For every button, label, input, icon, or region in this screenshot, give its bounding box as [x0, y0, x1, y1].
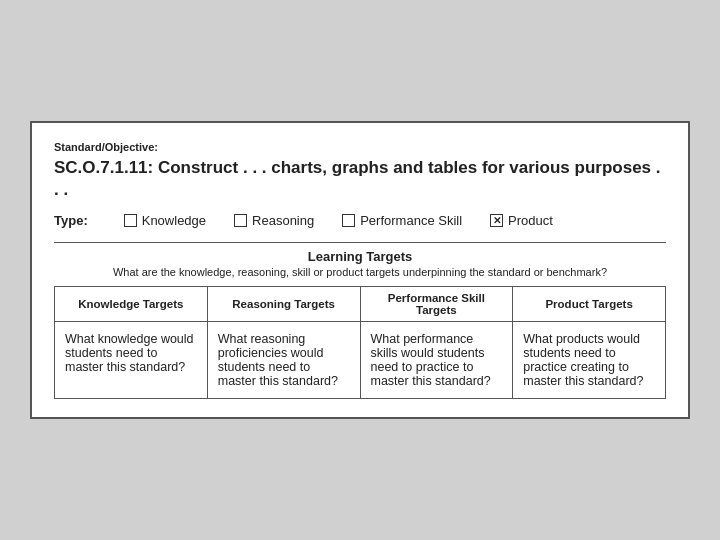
- type-row: Type: Knowledge Reasoning Performance Sk…: [54, 213, 666, 228]
- label-performance: Performance Skill: [360, 213, 462, 228]
- cell-knowledge: What knowledge would students need to ma…: [55, 322, 208, 399]
- learning-targets-title: Learning Targets: [54, 249, 666, 264]
- checkbox-reasoning[interactable]: [234, 214, 247, 227]
- standard-title: SC.O.7.1.11: Construct . . . charts, gra…: [54, 157, 666, 201]
- col-header-reasoning: Reasoning Targets: [207, 287, 360, 322]
- col-header-knowledge: Knowledge Targets: [55, 287, 208, 322]
- label-knowledge: Knowledge: [142, 213, 206, 228]
- type-product[interactable]: Product: [490, 213, 553, 228]
- cell-reasoning: What reasoning proficiencies would stude…: [207, 322, 360, 399]
- checkbox-knowledge[interactable]: [124, 214, 137, 227]
- type-knowledge[interactable]: Knowledge: [124, 213, 206, 228]
- cell-performance: What performance skills would students n…: [360, 322, 513, 399]
- learning-targets-section: Learning Targets What are the knowledge,…: [54, 242, 666, 399]
- col-header-product: Product Targets: [513, 287, 666, 322]
- label-reasoning: Reasoning: [252, 213, 314, 228]
- targets-table: Knowledge Targets Reasoning Targets Perf…: [54, 286, 666, 399]
- cell-product: What products would students need to pra…: [513, 322, 666, 399]
- type-performance[interactable]: Performance Skill: [342, 213, 462, 228]
- checkbox-product[interactable]: [490, 214, 503, 227]
- type-label: Type:: [54, 213, 88, 228]
- table-row: What knowledge would students need to ma…: [55, 322, 666, 399]
- standard-label: Standard/Objective:: [54, 141, 666, 153]
- label-product: Product: [508, 213, 553, 228]
- type-reasoning[interactable]: Reasoning: [234, 213, 314, 228]
- learning-targets-subtitle: What are the knowledge, reasoning, skill…: [54, 266, 666, 278]
- col-header-performance: Performance Skill Targets: [360, 287, 513, 322]
- checkbox-performance[interactable]: [342, 214, 355, 227]
- main-card: Standard/Objective: SC.O.7.1.11: Constru…: [30, 121, 690, 419]
